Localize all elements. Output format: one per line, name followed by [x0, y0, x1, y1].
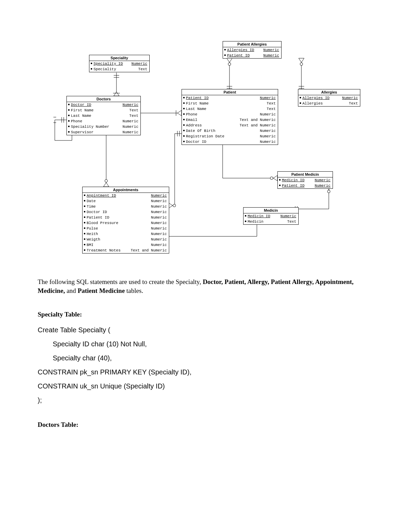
intro-bold-2: Patient Medicine [78, 287, 125, 294]
entity-attribute: Patient IDNumeric [223, 53, 281, 58]
entity-attribute: Patient IDNumeric [83, 215, 169, 220]
attribute-type: Numeric [96, 204, 167, 209]
attribute-name: Patient ID [227, 53, 250, 58]
entity-attribute: Patient IDNumeric [278, 183, 333, 188]
attribute-type: Text and Numeric [202, 123, 276, 128]
attribute-name: Last Name [186, 107, 206, 111]
entity-title: Allergies [298, 89, 360, 95]
svg-point-4 [270, 177, 273, 180]
entity-attribute: TimeNumeric [83, 204, 169, 209]
attribute-type: Numeric [254, 48, 279, 52]
svg-point-1 [228, 63, 231, 65]
entity-attribute: Speciality IDNumeric [89, 61, 149, 66]
bullet-icon [183, 135, 185, 137]
attribute-type: Numeric [224, 134, 276, 139]
attribute-name: Speciality ID [94, 61, 123, 66]
entity-patient-medicin: Patient Medicin Medicin IDNumericPatient… [277, 171, 333, 189]
attribute-name: Medicin [248, 219, 263, 224]
entity-attribute: DateNumeric [83, 198, 169, 204]
entity-attribute: Speciality NumberNumeric [67, 124, 140, 129]
attribute-type: Numeric [329, 96, 358, 100]
attribute-type: Numeric [304, 178, 331, 183]
entity-attribute: AddressText and Numeric [182, 123, 278, 128]
attribute-name: Patient ID [186, 96, 209, 100]
code-line: CONSTRAIN pk_sn PRIMARY KEY (Specialty I… [38, 365, 373, 379]
attribute-name: Medicin ID [282, 178, 304, 183]
attribute-name: Registration Date [186, 134, 224, 139]
entity-attribute: Medicin IDNumeric [278, 177, 333, 183]
doctors-table-heading: Doctors Table: [38, 421, 373, 429]
attribute-type: Text [116, 67, 147, 72]
attribute-name: Heith [87, 232, 98, 236]
bullet-icon [183, 113, 185, 115]
entity-attribute: Treatment NotesText and Numeric [83, 248, 169, 253]
specialty-sql: Create Table Specialty (Specialty ID cha… [38, 323, 373, 407]
entity-attribute: Allergies IDNumeric [298, 95, 360, 101]
bullet-icon [68, 126, 70, 127]
attribute-name: Doctor ID [87, 210, 107, 214]
entity-title: Appointments [83, 187, 169, 193]
bullet-icon [300, 102, 301, 104]
entity-attribute: PulseNumeric [83, 226, 169, 231]
entity-body: Speciality IDNumericSpecialityText [89, 61, 149, 72]
entity-attribute: BMINumeric [83, 242, 169, 248]
attribute-name: First Name [71, 108, 94, 113]
bullet-icon [84, 216, 85, 218]
svg-point-5 [327, 190, 330, 193]
code-line: Create Table Specialty ( [38, 323, 373, 337]
attribute-name: BMI [87, 243, 94, 247]
code-line: Specialty ID char (10) Not Null, [38, 337, 373, 351]
attribute-name: Medicin ID [248, 214, 270, 219]
entity-title: Patient Medicin [278, 172, 333, 177]
entity-body: Patient IDNumericFirst NameTextLast Name… [182, 95, 278, 145]
bullet-icon [68, 109, 70, 111]
attribute-name: Allergies ID [227, 48, 254, 52]
intro-mid: and [65, 287, 78, 294]
attribute-type: Numeric [94, 130, 138, 135]
attribute-type: Numeric [304, 183, 331, 188]
bullet-icon [91, 68, 92, 70]
entity-attribute: Doctor IDNumeric [83, 209, 169, 215]
entity-body: Anpintment IDNumericDateNumericTimeNumer… [83, 193, 169, 253]
entity-attribute: SpecialityText [89, 66, 149, 72]
attribute-type: Text [94, 108, 138, 113]
attribute-name: Speciality [94, 67, 116, 72]
bullet-icon [245, 215, 246, 216]
svg-point-0 [105, 180, 108, 182]
bullet-icon [183, 141, 185, 142]
attribute-name: Supervisor [71, 130, 94, 135]
intro-tail: tables. [125, 287, 143, 294]
bullet-icon [84, 244, 85, 245]
entity-medicin: Medicin Medicin IDNumericMedicinText [243, 207, 299, 225]
bullet-icon [68, 120, 70, 122]
bullet-icon [245, 221, 246, 222]
entity-attribute: Allergies IDNumeric [223, 47, 281, 53]
bullet-icon [183, 124, 185, 126]
bullet-icon [68, 131, 70, 133]
specialty-table-heading: Specialty Table: [38, 311, 373, 318]
entity-attribute: WeigthNumeric [83, 237, 169, 242]
intro-paragraph: The following SQL statements are used to… [38, 277, 373, 295]
bullet-icon [183, 119, 185, 120]
bullet-icon [84, 238, 85, 240]
entity-attribute: First NameText [182, 101, 278, 106]
entity-attribute: Blood PressureNumeric [83, 220, 169, 226]
attribute-type: Text and Numeric [121, 248, 167, 253]
entity-title: Medicin [244, 208, 298, 213]
entity-doctors: Doctors Doctor IDNumericFirst NameTextLa… [66, 96, 141, 135]
bullet-icon [84, 227, 85, 229]
er-diagram: Speciality Speciality IDNumericSpecialit… [38, 38, 373, 271]
entity-body: Medicin IDNumericMedicinText [244, 213, 298, 224]
attribute-name: Last Name [71, 113, 91, 118]
attribute-type: Numeric [91, 102, 138, 107]
intro-lead: The following SQL statements are used to… [38, 278, 203, 285]
svg-point-2 [300, 63, 303, 65]
attribute-name: Doctor ID [186, 139, 206, 144]
attribute-name: Phone [186, 112, 197, 117]
attribute-name: Date Of Birth [186, 128, 215, 133]
entity-attribute: Medicin IDNumeric [244, 213, 298, 219]
bullet-icon [84, 249, 85, 251]
attribute-type: Numeric [123, 61, 147, 66]
bullet-icon [91, 63, 92, 64]
entity-attribute: PhoneNumeric [182, 112, 278, 117]
